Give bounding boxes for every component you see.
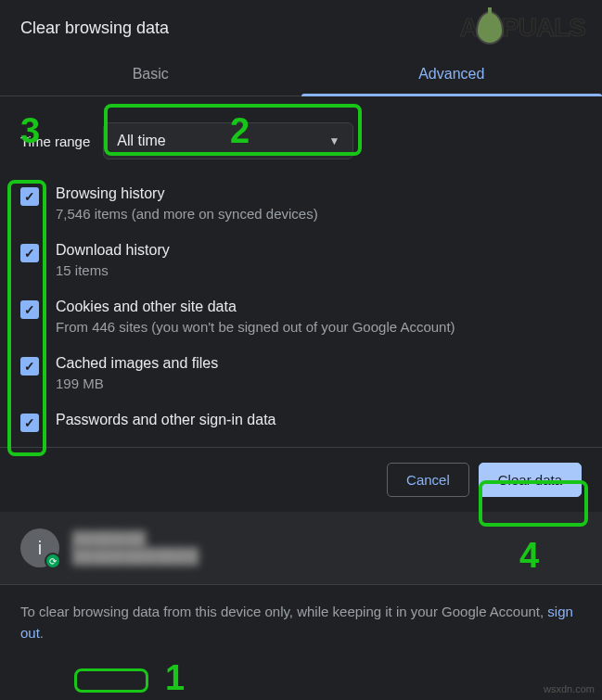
- cancel-button[interactable]: Cancel: [387, 463, 469, 497]
- annotation-box-1: [74, 668, 148, 693]
- item-title: Browsing history: [56, 185, 318, 202]
- list-item[interactable]: ✓ Passwords and other sign-in data: [20, 406, 582, 447]
- chevron-down-icon: ▼: [328, 134, 339, 147]
- clear-data-button[interactable]: Clear data: [479, 463, 582, 497]
- list-item[interactable]: ✓ Download history 15 items: [20, 236, 582, 293]
- account-name: ███████: [72, 531, 199, 548]
- time-range-label: Time range: [20, 134, 90, 149]
- time-range-row: Time range All time ▼: [20, 122, 582, 159]
- item-title: Download history: [56, 242, 170, 259]
- item-sub: 15 items: [56, 262, 170, 278]
- checkbox-cookies[interactable]: ✓: [20, 300, 39, 319]
- dialog-actions: Cancel Clear data: [0, 447, 602, 512]
- time-range-value: All time: [117, 133, 165, 149]
- dialog-title: Clear browsing data: [0, 0, 602, 53]
- time-range-dropdown[interactable]: All time ▼: [103, 122, 353, 159]
- list-item[interactable]: ✓ Browsing history 7,546 items (and more…: [20, 180, 582, 236]
- avatar: i ⟳: [20, 528, 59, 567]
- tab-advanced[interactable]: Advanced: [301, 53, 603, 95]
- item-sub: From 446 sites (you won't be signed out …: [56, 319, 455, 335]
- sync-icon: ⟳: [45, 553, 61, 569]
- item-title: Cookies and other site data: [56, 299, 455, 315]
- checkbox-browsing-history[interactable]: ✓: [20, 187, 39, 206]
- list-item[interactable]: ✓ Cached images and files 199 MB: [20, 350, 582, 406]
- tab-basic[interactable]: Basic: [0, 53, 301, 95]
- options-list: ✓ Browsing history 7,546 items (and more…: [20, 180, 582, 447]
- clear-browsing-data-dialog: Clear browsing data A PUALS Basic Advanc…: [0, 0, 602, 660]
- item-title: Cached images and files: [56, 355, 218, 372]
- item-title: Passwords and other sign-in data: [56, 412, 275, 428]
- watermark-text: wsxdn.com: [544, 683, 595, 694]
- checkbox-download-history[interactable]: ✓: [20, 244, 39, 262]
- item-sub: 199 MB: [56, 375, 218, 391]
- checkbox-cached[interactable]: ✓: [20, 357, 39, 375]
- checkbox-passwords[interactable]: ✓: [20, 414, 39, 432]
- account-email: ████████████: [72, 548, 199, 565]
- account-row: i ⟳ ███████ ████████████: [0, 512, 602, 584]
- annotation-number-1: 1: [165, 658, 185, 698]
- sign-out-note: To clear browsing data from this device …: [0, 584, 602, 660]
- tab-indicator: [301, 94, 603, 96]
- list-item[interactable]: ✓ Cookies and other site data From 446 s…: [20, 293, 582, 350]
- tab-bar: Basic Advanced: [0, 53, 602, 96]
- dialog-content: Time range All time ▼ ✓ Browsing history…: [0, 96, 602, 447]
- item-sub: 7,546 items (and more on synced devices): [56, 206, 318, 222]
